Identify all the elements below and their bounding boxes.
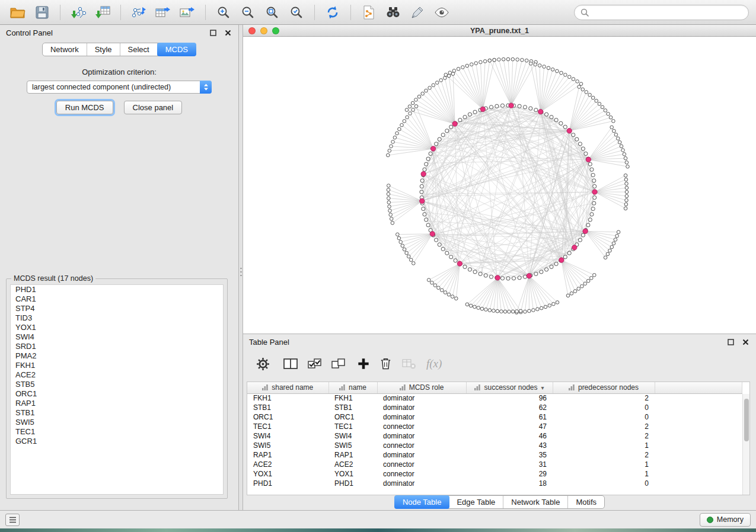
column-header-name[interactable]: name	[328, 382, 377, 393]
table-row[interactable]: RAP1RAP1dominator352	[247, 450, 742, 460]
show-panels-button[interactable]	[5, 514, 20, 526]
network-canvas[interactable]	[243, 37, 756, 334]
mcds-result-item[interactable]: SWI5	[11, 418, 223, 427]
show-column-panel-button[interactable]	[283, 356, 298, 371]
function-builder-button[interactable]: f(x)	[426, 356, 442, 371]
deselect-all-columns-button[interactable]	[331, 356, 345, 371]
run-mcds-button[interactable]: Run MCDS	[56, 101, 113, 114]
mcds-result-groupbox: MCDS result (17 nodes) PHD1CAR1STP4TID3Y…	[6, 278, 228, 499]
mcds-result-item[interactable]: PMA2	[11, 351, 223, 361]
mcds-result-item[interactable]: YOX1	[11, 323, 223, 332]
tab-network[interactable]: Network	[43, 43, 87, 56]
zoom-fit-button[interactable]	[261, 3, 283, 22]
table-row[interactable]: STB1STB1dominator620	[247, 403, 742, 412]
mcds-result-item[interactable]: CAR1	[11, 294, 223, 304]
table-row[interactable]: YOX1YOX1connector291	[247, 469, 742, 479]
mcds-result-list[interactable]: PHD1CAR1STP4TID3YOX1SWI4SRD1PMA2FKH1ACE2…	[10, 284, 224, 495]
window-close-icon[interactable]	[248, 27, 256, 34]
select-all-columns-button[interactable]	[308, 356, 321, 371]
memory-button[interactable]: Memory	[700, 513, 751, 527]
toolbar-separator	[350, 5, 351, 20]
trash-icon	[379, 357, 392, 370]
mcds-result-item[interactable]: STB1	[11, 408, 223, 418]
open-session-button[interactable]	[7, 3, 28, 22]
column-type-icon	[262, 384, 268, 390]
deselect-all-icon	[331, 357, 345, 370]
mcds-result-item[interactable]: ACE2	[11, 370, 223, 380]
mcds-result-item[interactable]: RAP1	[11, 399, 223, 408]
tab-style[interactable]: Style	[87, 43, 120, 56]
table-scrollbar-thumb[interactable]	[744, 399, 749, 441]
criterion-dropdown[interactable]: largest connected component (undirected)	[27, 81, 212, 94]
window-minimize-icon[interactable]	[260, 27, 267, 34]
search-neighbors-button[interactable]	[382, 3, 404, 22]
zoom-in-button[interactable]	[213, 3, 234, 22]
search-box[interactable]	[574, 5, 749, 20]
table-scrollbar[interactable]	[742, 394, 749, 495]
main-toolbar	[0, 0, 756, 25]
column-header-MCDS-role[interactable]: MCDS role	[377, 382, 466, 393]
tab-motifs[interactable]: Motifs	[568, 496, 604, 508]
network-window-title: YPA_prune.txt_1	[470, 27, 529, 35]
mcds-result-item[interactable]: SWI4	[11, 332, 223, 342]
window-maximize-icon[interactable]	[272, 27, 279, 34]
mcds-result-item[interactable]: TEC1	[11, 427, 223, 437]
column-header-shared-name[interactable]: shared name	[247, 382, 328, 393]
tab-node-table[interactable]: Node Table	[394, 495, 450, 509]
tab-network-table[interactable]: Network Table	[503, 496, 568, 508]
apply-style-icon	[410, 5, 425, 20]
column-header-successor-nodes[interactable]: successor nodes▾	[466, 382, 553, 393]
tab-mcds[interactable]: MCDS	[157, 43, 196, 56]
control-panel-tabs: NetworkStyleSelectMCDS	[42, 43, 196, 56]
table-settings-button[interactable]	[256, 356, 270, 371]
table-toolbar: f(x)	[243, 351, 756, 377]
zoom-out-button[interactable]	[237, 3, 259, 22]
mcds-result-item[interactable]: GCR1	[11, 437, 223, 446]
create-column-button[interactable]	[358, 356, 369, 371]
mcds-result-item[interactable]: ORC1	[11, 389, 223, 399]
mcds-result-item[interactable]: FKH1	[11, 361, 223, 370]
vertical-splitter[interactable]	[239, 25, 243, 511]
save-session-button[interactable]	[31, 3, 53, 22]
mcds-result-item[interactable]: STB5	[11, 380, 223, 389]
table-row[interactable]: PHD1PHD1dominator180	[247, 479, 742, 488]
column-header-predecessor-nodes[interactable]: predecessor nodes	[553, 382, 655, 393]
optimization-criterion-label: Optimization criterion:	[0, 68, 238, 76]
close-panel-button[interactable]: Close panel	[124, 101, 183, 114]
table-row[interactable]: TEC1TEC1connector472	[247, 422, 742, 431]
float-panel-icon[interactable]	[726, 337, 735, 347]
sort-chevron-icon[interactable]: ▾	[541, 384, 544, 391]
import-table-button[interactable]	[92, 3, 113, 22]
export-image-button[interactable]	[177, 3, 198, 22]
table-row[interactable]: ACE2ACE2connector311	[247, 460, 742, 469]
table-row[interactable]: ORC1ORC1dominator610	[247, 412, 742, 422]
mcds-result-item[interactable]: STP4	[11, 304, 223, 313]
open-folder-icon	[10, 6, 25, 19]
table-panel-tabs: Node TableEdge TableNetwork TableMotifs	[394, 495, 605, 509]
table-row[interactable]: SWI4SWI4dominator462	[247, 431, 742, 441]
float-panel-icon[interactable]	[208, 28, 218, 37]
export-network-button[interactable]	[128, 3, 149, 22]
export-table-button[interactable]	[152, 3, 174, 22]
import-network-button[interactable]	[68, 3, 89, 22]
mcds-result-item[interactable]: SRD1	[11, 342, 223, 351]
mcds-result-item[interactable]: TID3	[11, 313, 223, 323]
delete-table-button-disabled[interactable]	[402, 356, 416, 371]
network-window-titlebar[interactable]: YPA_prune.txt_1	[243, 25, 756, 37]
apply-style-button[interactable]	[407, 3, 428, 22]
delete-column-button[interactable]	[379, 356, 392, 371]
mcds-result-item[interactable]: PHD1	[11, 285, 223, 294]
network-graph[interactable]	[243, 37, 756, 334]
search-input[interactable]	[592, 8, 742, 17]
close-panel-icon[interactable]	[741, 337, 750, 347]
refresh-view-button[interactable]	[322, 3, 343, 22]
share-document-button[interactable]	[358, 3, 379, 22]
show-graphics-details-button[interactable]	[431, 3, 452, 22]
zoom-selected-button[interactable]	[286, 3, 307, 22]
tab-edge-table[interactable]: Edge Table	[449, 496, 503, 508]
desktop-wallpaper-strip	[0, 528, 756, 532]
table-row[interactable]: FKH1FKH1dominator962	[247, 393, 742, 403]
close-panel-icon[interactable]	[223, 28, 232, 37]
table-row[interactable]: SWI5SWI5connector431	[247, 441, 742, 450]
tab-select[interactable]: Select	[120, 43, 158, 56]
